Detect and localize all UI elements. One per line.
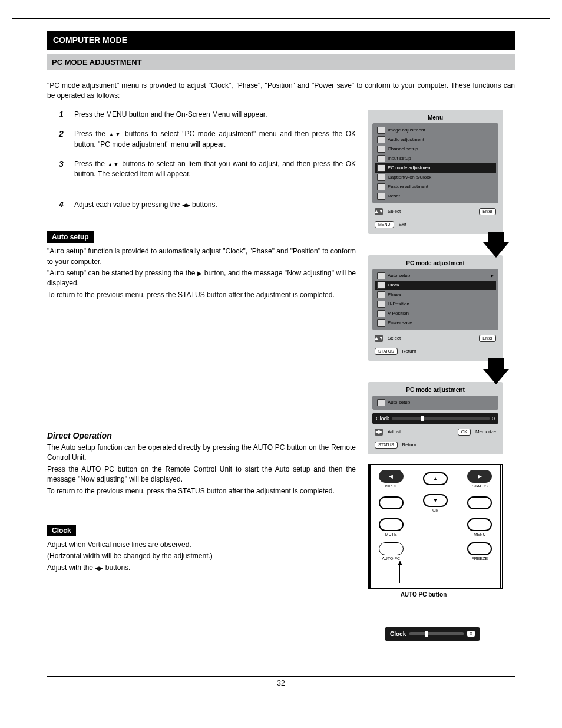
osd1-title: Menu <box>372 114 498 121</box>
osd3-row-autosetup: Auto setup <box>375 398 496 407</box>
step-3-text: Press the buttons to select an item that… <box>74 159 356 180</box>
osd1-menu-hint: MENU <box>375 221 394 228</box>
osd3-memorize-label: Memorize <box>475 429 496 434</box>
osd1-row: Feature adjustment <box>375 182 496 192</box>
remote-caption: AUTO PC button <box>332 591 515 598</box>
osd-item-icon <box>377 310 385 317</box>
osd-item-icon <box>377 399 385 406</box>
osd1-row-label: Caption/V-chip/Clock <box>388 174 431 180</box>
step-2-text: Press the buttons to select "PC mode adj… <box>74 129 356 150</box>
clock-p3b: buttons. <box>103 564 130 572</box>
osd2-row-label: V-Position <box>388 311 409 316</box>
clock-heading: Clock <box>47 525 76 536</box>
step-3-pre: Press the <box>74 160 107 168</box>
osd1-exit-label: Exit <box>399 222 406 227</box>
remote-freeze-btn <box>467 542 492 555</box>
osd3-status-hint: STATUS <box>375 442 398 449</box>
remote-menu-btn <box>467 518 492 531</box>
osd2-row: H-Position <box>375 299 496 309</box>
clock-p1: Adjust when Vertical noise lines are obs… <box>47 540 356 550</box>
osd3-clock-value: 0 <box>492 416 495 421</box>
slider-track <box>392 417 490 420</box>
remote-input-label: INPUT <box>385 484 397 488</box>
auto-setup-p1: "Auto setup" function is provided to aut… <box>47 246 356 267</box>
remote-pointer-line <box>399 565 497 583</box>
osd2-select-label: Select <box>388 335 401 341</box>
step-4-number: 4 <box>59 200 74 210</box>
osd1-row: Caption/V-chip/Clock <box>375 173 496 182</box>
remote-menu-label: MENU <box>474 532 486 536</box>
step-1-number: 1 <box>59 110 74 120</box>
remote-freeze-label: FREEZE <box>472 556 488 561</box>
osd1-row-label: Image adjustment <box>388 127 425 133</box>
osd-item-icon <box>377 127 385 134</box>
osd3-clock-slider: Clock 0 <box>372 413 498 424</box>
osd2-return-label: Return <box>402 348 416 354</box>
osd1-row: Input setup <box>375 154 496 163</box>
osd2-hint: ▲▼ Select Enter <box>372 334 498 343</box>
page-footer: 32 <box>47 676 515 687</box>
auto-setup-p2a: "Auto setup" can be started by pressing … <box>47 269 197 277</box>
osd2-row: Phase <box>375 290 496 299</box>
osd-item-icon <box>377 136 385 143</box>
osd1-row-label: Audio adjustment <box>388 137 424 142</box>
direct-operation-heading: Direct Operation <box>47 431 356 440</box>
osd1-row: Audio adjustment <box>375 135 496 144</box>
step-2-pre: Press the <box>74 130 108 138</box>
osd1-row: Reset <box>375 192 496 201</box>
step-3: 3 Press the buttons to select an item th… <box>59 159 356 180</box>
osd1-row-label: Channel setup <box>388 146 418 151</box>
osd3-adjust-label: Adjust <box>388 429 401 434</box>
remote-down-btn: ▼ <box>423 494 448 507</box>
auto-setup-heading: Auto setup <box>47 231 94 243</box>
direct-p3: To return to the previous menu, press th… <box>47 486 356 496</box>
step-4-text: Adjust each value by pressing the button… <box>74 200 356 210</box>
osd1-hint: ▲▼ Select Enter Enter <box>372 207 498 216</box>
osd2-row-label: Clock <box>388 282 399 288</box>
osd-item-icon <box>377 174 385 181</box>
osd3-clock-label: Clock <box>376 416 389 421</box>
osd1-row: Channel setup <box>375 144 496 154</box>
osd2-row: Auto setup▶ <box>375 271 496 281</box>
clock-value-display: Clock 0 <box>385 627 480 641</box>
osd-main-menu: Menu Image adjustmentAudio adjustmentCha… <box>368 110 503 234</box>
osd2-row: V-Position <box>375 309 496 318</box>
updown-icon: ▲▼ <box>375 208 383 215</box>
osd2-title: PC mode adjustment <box>372 260 498 266</box>
updown-icon: ▲▼ <box>375 335 383 342</box>
osd2-row: Power save <box>375 318 496 328</box>
clockbox-slider <box>409 632 464 635</box>
page-top-rule <box>12 18 550 19</box>
osd-pc-mode-menu: PC mode adjustment Auto setup▶ClockPhase… <box>368 255 503 361</box>
clockbox-value: 0 <box>467 631 475 637</box>
leftright-icon: ◀▶ <box>375 429 383 436</box>
osd1-row-label: Input setup <box>388 156 411 161</box>
step-4: 4 Adjust each value by pressing the butt… <box>59 200 356 210</box>
clock-p3a: Adjust with the <box>47 564 95 572</box>
remote-autopc-label: AUTO PC <box>382 556 400 561</box>
osd-item-icon <box>377 301 385 308</box>
osd1-row-label: Feature adjustment <box>388 184 428 189</box>
osd2-row-label: Auto setup <box>388 273 410 278</box>
remote-left-btn: ◀ <box>379 470 404 483</box>
osd1-row: Image adjustment <box>375 126 496 135</box>
osd1-row: PC mode adjustment <box>375 163 496 173</box>
step-2: 2 Press the buttons to select "PC mode a… <box>59 129 356 150</box>
page-number: 32 <box>277 679 285 687</box>
remote-autopc-btn <box>379 542 404 555</box>
osd-item-icon <box>377 282 385 289</box>
step-3-number: 3 <box>59 159 74 180</box>
osd-item-icon <box>377 272 385 279</box>
osd3-return-label: Return <box>402 442 416 447</box>
down-arrow-icon <box>115 130 121 138</box>
osd-item-icon <box>377 146 385 153</box>
remote-blank-2 <box>467 496 492 509</box>
remote-mute-label: MUTE <box>385 532 397 536</box>
remote-status-label: STATUS <box>472 484 488 488</box>
osd1-hint2: MENU Exit <box>372 220 498 229</box>
osd1-row-label: PC mode adjustment <box>388 165 432 170</box>
remote-mute-btn <box>379 518 404 531</box>
clockbox-label: Clock <box>390 631 406 637</box>
up-arrow-icon <box>108 130 115 138</box>
left-arrow-icon <box>182 200 186 209</box>
